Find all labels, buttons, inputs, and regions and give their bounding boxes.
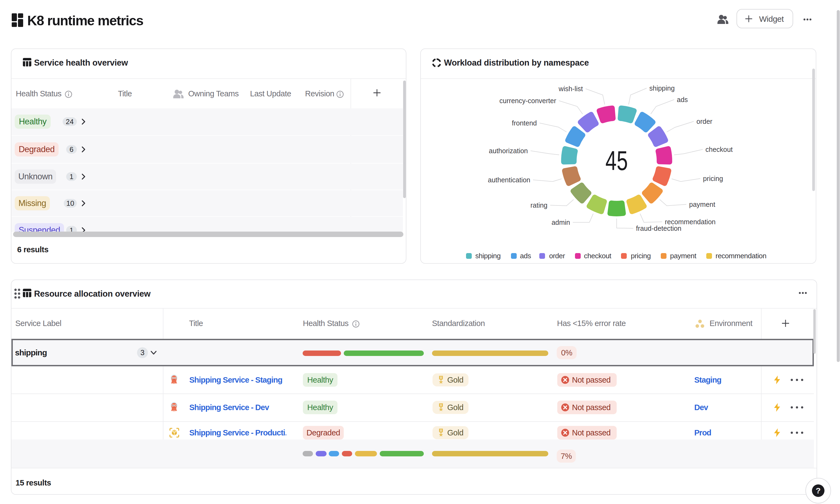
- svg-text:checkout: checkout: [584, 252, 611, 260]
- svg-text:order: order: [549, 252, 565, 260]
- svg-text:ads: ads: [677, 96, 688, 103]
- svg-text:rating: rating: [530, 201, 547, 209]
- svg-text:currency-converter: currency-converter: [500, 97, 556, 105]
- svg-text:wish-list: wish-list: [558, 85, 583, 92]
- svg-text:ads: ads: [520, 252, 531, 260]
- svg-text:shipping: shipping: [649, 84, 675, 92]
- svg-text:45: 45: [606, 145, 628, 176]
- svg-text:pricing: pricing: [703, 175, 723, 182]
- svg-text:payment: payment: [689, 201, 715, 208]
- svg-text:order: order: [697, 118, 712, 125]
- svg-text:shipping: shipping: [475, 252, 501, 260]
- svg-text:authorization: authorization: [489, 147, 528, 155]
- svg-text:pricing: pricing: [631, 252, 651, 260]
- svg-text:admin: admin: [552, 218, 570, 226]
- svg-text:frontend: frontend: [512, 119, 537, 127]
- svg-text:fraud-detection: fraud-detection: [636, 224, 681, 232]
- svg-text:payment: payment: [670, 252, 697, 260]
- svg-text:checkout: checkout: [705, 146, 733, 153]
- svg-text:recommendation: recommendation: [716, 252, 767, 260]
- svg-text:authentication: authentication: [488, 176, 530, 184]
